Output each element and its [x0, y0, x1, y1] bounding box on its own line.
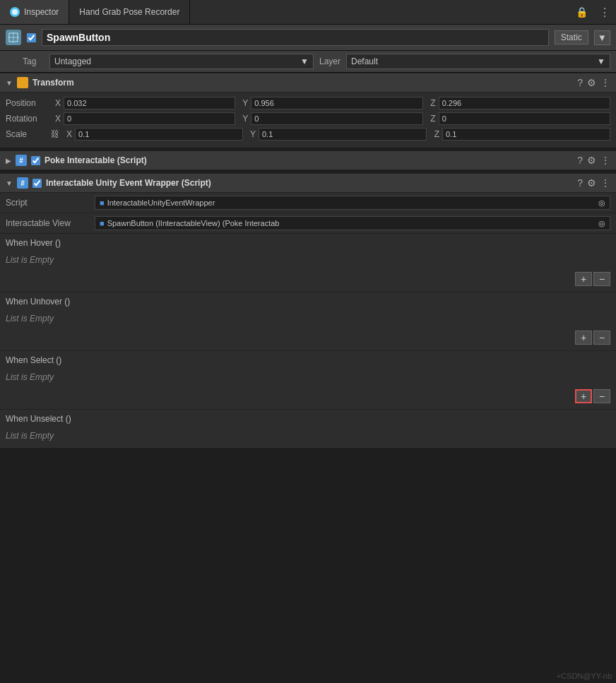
wrapper-actions: ? ⚙ ⋮	[577, 177, 610, 189]
transform-header[interactable]: ▼ Transform ? ⚙ ⋮	[0, 73, 616, 93]
static-dropdown-button[interactable]: ▼	[594, 30, 610, 45]
position-y-axis: Y	[238, 98, 248, 108]
rotation-row: Rotation X Y Z	[6, 112, 610, 125]
svg-point-0	[12, 9, 18, 15]
scale-z-input[interactable]	[442, 128, 610, 141]
gameobject-name-input[interactable]	[42, 29, 549, 46]
interactable-view-circle-icon[interactable]: ◎	[598, 219, 605, 228]
svg-marker-4	[19, 79, 26, 86]
rotation-label: Rotation	[6, 114, 48, 124]
when-unhover-empty: List is Empty	[0, 309, 616, 328]
layer-value: Default	[351, 57, 378, 66]
poke-help-icon[interactable]: ?	[577, 155, 583, 166]
poke-enabled-checkbox[interactable]	[31, 156, 40, 165]
when-unhover-label: When Unhover ()	[0, 292, 616, 309]
poke-chevron-icon: ▶	[6, 157, 11, 165]
position-x-input[interactable]	[64, 97, 235, 109]
poke-settings-icon[interactable]: ⚙	[587, 155, 596, 166]
poke-icon: #	[16, 155, 27, 166]
transform-chevron-icon: ▼	[6, 79, 13, 87]
poke-actions: ? ⚙ ⋮	[577, 155, 610, 166]
lock-icon[interactable]: 🔒	[570, 6, 593, 18]
wrapper-title: Interactable Unity Event Wrapper (Script…	[46, 178, 573, 188]
gameobject-header: Static ▼	[0, 25, 616, 51]
rotation-z-input[interactable]	[439, 112, 610, 125]
scale-row: Scale ⛓ X Y Z	[6, 128, 610, 141]
position-z-input[interactable]	[439, 97, 610, 109]
layer-label: Layer	[319, 57, 340, 66]
when-unselect-label: When Unselect ()	[0, 410, 616, 427]
position-y-input[interactable]	[251, 97, 422, 109]
static-button[interactable]: Static	[555, 30, 588, 44]
wrapper-help-icon[interactable]: ?	[577, 177, 583, 189]
wrapper-chevron-icon: ▼	[6, 179, 13, 187]
position-x-axis: X	[51, 98, 61, 108]
script-body: Script ■ InteractableUnityEventWrapper ◎…	[0, 193, 616, 449]
wrapper-menu-icon[interactable]: ⋮	[600, 177, 610, 189]
when-select-remove-button[interactable]: −	[593, 389, 610, 403]
when-unhover-add-button[interactable]: +	[575, 331, 592, 345]
when-select-section: When Select () List is Empty + −	[0, 351, 616, 410]
scale-x-input[interactable]	[75, 128, 243, 141]
transform-help-icon[interactable]: ?	[577, 77, 583, 88]
tag-value: Untagged	[54, 57, 91, 66]
scale-label: Scale	[6, 129, 48, 139]
script-file-icon: ■	[100, 198, 105, 207]
wrapper-enabled-checkbox[interactable]	[32, 179, 42, 188]
rotation-x-input[interactable]	[64, 112, 235, 125]
script-field-row: Script ■ InteractableUnityEventWrapper ◎	[0, 193, 616, 213]
gameobject-icon	[6, 30, 21, 45]
when-hover-label: When Hover ()	[0, 234, 616, 251]
scale-link-icon[interactable]: ⛓	[51, 129, 59, 139]
poke-menu-icon[interactable]: ⋮	[600, 155, 610, 166]
transform-body: Position X Y Z Rotation X Y Z Scale ⛓ X …	[0, 93, 616, 148]
inspector-content: Static ▼ Tag Untagged ▼ Layer Default ▼ …	[0, 25, 616, 683]
transform-settings-icon[interactable]: ⚙	[587, 77, 596, 88]
script-field-label: Script	[6, 198, 90, 208]
when-select-label: When Select ()	[0, 351, 616, 368]
tab-inspector[interactable]: Inspector	[0, 0, 69, 24]
rotation-y-axis: Y	[238, 114, 248, 124]
scale-y-input[interactable]	[259, 128, 427, 141]
tag-chevron-icon: ▼	[300, 57, 309, 66]
interactable-view-value[interactable]: ■ SpawnButton (IInteractableView) (Poke …	[95, 216, 610, 230]
when-select-empty: List is Empty	[0, 368, 616, 386]
when-hover-remove-button[interactable]: −	[593, 272, 610, 286]
scale-y-axis: Y	[246, 129, 256, 139]
rotation-x-axis: X	[51, 114, 61, 124]
watermark: +CSDN@YY-nb	[557, 672, 612, 680]
tab-menu-icon[interactable]: ⋮	[593, 6, 616, 19]
tag-label: Tag	[23, 57, 44, 66]
poke-interactable-header[interactable]: ▶ # Poke Interactable (Script) ? ⚙ ⋮	[0, 150, 616, 170]
when-unhover-footer: + −	[0, 328, 616, 348]
script-field-value[interactable]: ■ InteractableUnityEventWrapper ◎	[95, 196, 610, 210]
when-select-footer: + −	[0, 386, 616, 406]
when-hover-add-button[interactable]: +	[575, 272, 592, 286]
script-circle-target-icon[interactable]: ◎	[598, 198, 605, 208]
interactable-view-file-icon: ■	[100, 219, 105, 227]
when-hover-empty: List is Empty	[0, 251, 616, 269]
tab-bar: Inspector Hand Grab Pose Recorder 🔒 ⋮	[0, 0, 616, 25]
gameobject-enabled-checkbox[interactable]	[27, 33, 36, 42]
hand-grab-tab-label: Hand Grab Pose Recorder	[79, 7, 179, 17]
position-z-axis: Z	[426, 98, 436, 108]
when-hover-section: When Hover () List is Empty + −	[0, 234, 616, 292]
layer-dropdown[interactable]: Default ▼	[346, 54, 610, 69]
when-unhover-remove-button[interactable]: −	[593, 331, 610, 345]
transform-menu-icon[interactable]: ⋮	[600, 77, 610, 88]
wrapper-settings-icon[interactable]: ⚙	[587, 177, 596, 189]
when-unselect-section: When Unselect () List is Empty	[0, 410, 616, 449]
tag-dropdown[interactable]: Untagged ▼	[49, 54, 314, 69]
wrapper-header[interactable]: ▼ # Interactable Unity Event Wrapper (Sc…	[0, 173, 616, 193]
when-select-add-button[interactable]: +	[575, 389, 592, 403]
script-value-text: InteractableUnityEventWrapper	[107, 198, 215, 207]
interactable-view-text: SpawnButton (IInteractableView) (Poke In…	[107, 219, 280, 227]
interactable-view-label: Interactable View	[6, 218, 90, 228]
transform-title: Transform	[32, 78, 573, 88]
when-unselect-empty: List is Empty	[0, 427, 616, 445]
rotation-y-input[interactable]	[251, 112, 422, 125]
transform-actions: ? ⚙ ⋮	[577, 77, 610, 88]
poke-title: Poke Interactable (Script)	[45, 155, 573, 165]
layer-chevron-icon: ▼	[597, 57, 605, 66]
tab-hand-grab[interactable]: Hand Grab Pose Recorder	[69, 0, 190, 24]
